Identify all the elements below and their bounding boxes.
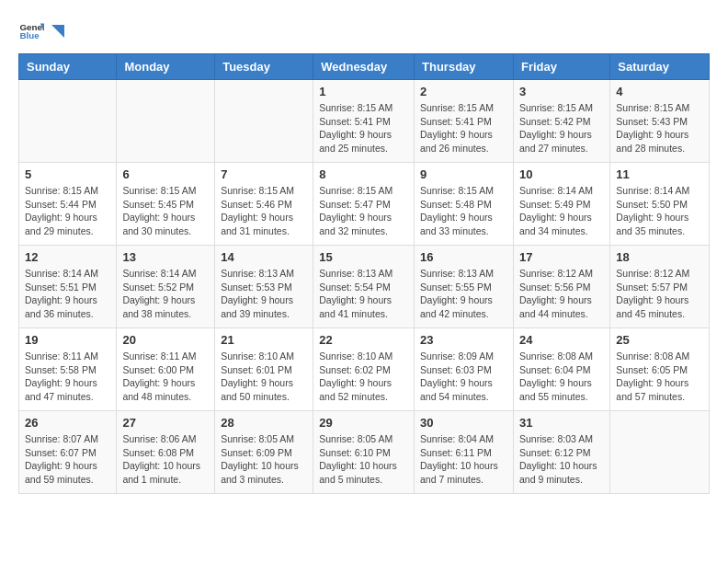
day-number: 3	[519, 85, 604, 98]
calendar-cell-w1-d7: 4Sunrise: 8:15 AM Sunset: 5:43 PM Daylig…	[610, 80, 710, 163]
calendar-cell-w3-d5: 16Sunrise: 8:13 AM Sunset: 5:55 PM Dayli…	[415, 246, 514, 328]
calendar-cell-w5-d2: 27Sunrise: 8:06 AM Sunset: 6:08 PM Dayli…	[117, 411, 215, 494]
day-number: 24	[519, 333, 604, 347]
day-info: Sunrise: 8:05 AM Sunset: 6:09 PM Dayligh…	[221, 432, 307, 487]
calendar-cell-w3-d2: 13Sunrise: 8:14 AM Sunset: 5:52 PM Dayli…	[117, 246, 215, 328]
calendar-cell-w4-d5: 23Sunrise: 8:09 AM Sunset: 6:03 PM Dayli…	[415, 328, 514, 411]
calendar-cell-w1-d4: 1Sunrise: 8:15 AM Sunset: 5:41 PM Daylig…	[313, 80, 415, 163]
calendar-cell-w2-d7: 11Sunrise: 8:14 AM Sunset: 5:50 PM Dayli…	[610, 163, 710, 246]
day-number: 17	[519, 250, 604, 264]
day-info: Sunrise: 8:03 AM Sunset: 6:12 PM Dayligh…	[519, 432, 604, 487]
day-number: 2	[420, 85, 507, 98]
day-number: 5	[25, 167, 110, 181]
svg-marker-3	[51, 25, 64, 38]
calendar-cell-w1-d2	[117, 80, 215, 163]
day-number: 15	[319, 250, 408, 264]
header-day-tuesday: Tuesday	[215, 54, 313, 80]
day-info: Sunrise: 8:14 AM Sunset: 5:52 PM Dayligh…	[122, 267, 209, 321]
day-info: Sunrise: 8:10 AM Sunset: 6:01 PM Dayligh…	[221, 350, 307, 404]
calendar-cell-w3-d7: 18Sunrise: 8:12 AM Sunset: 5:57 PM Dayli…	[610, 246, 710, 328]
day-info: Sunrise: 8:15 AM Sunset: 5:41 PM Dayligh…	[420, 101, 507, 155]
day-number: 23	[420, 333, 507, 347]
day-info: Sunrise: 8:15 AM Sunset: 5:43 PM Dayligh…	[616, 101, 703, 155]
day-info: Sunrise: 8:13 AM Sunset: 5:53 PM Dayligh…	[221, 267, 307, 321]
day-number: 28	[221, 416, 307, 430]
day-info: Sunrise: 8:15 AM Sunset: 5:41 PM Dayligh…	[319, 101, 408, 155]
day-number: 11	[616, 167, 703, 181]
calendar-cell-w4-d3: 21Sunrise: 8:10 AM Sunset: 6:01 PM Dayli…	[215, 328, 313, 411]
calendar-cell-w3-d1: 12Sunrise: 8:14 AM Sunset: 5:51 PM Dayli…	[19, 246, 117, 328]
day-number: 22	[319, 333, 408, 347]
calendar-header-row: SundayMondayTuesdayWednesdayThursdayFrid…	[19, 54, 710, 80]
calendar-cell-w1-d6: 3Sunrise: 8:15 AM Sunset: 5:42 PM Daylig…	[513, 80, 609, 163]
week-row-4: 19Sunrise: 8:11 AM Sunset: 5:58 PM Dayli…	[19, 328, 710, 411]
day-info: Sunrise: 8:15 AM Sunset: 5:45 PM Dayligh…	[122, 184, 209, 238]
svg-text:Blue: Blue	[19, 30, 40, 40]
day-info: Sunrise: 8:04 AM Sunset: 6:11 PM Dayligh…	[420, 432, 507, 487]
header-day-thursday: Thursday	[415, 54, 514, 80]
day-number: 4	[616, 85, 703, 98]
calendar-cell-w4-d4: 22Sunrise: 8:10 AM Sunset: 6:02 PM Dayli…	[313, 328, 415, 411]
calendar-cell-w4-d2: 20Sunrise: 8:11 AM Sunset: 6:00 PM Dayli…	[117, 328, 215, 411]
day-info: Sunrise: 8:15 AM Sunset: 5:48 PM Dayligh…	[420, 184, 507, 238]
day-number: 25	[616, 333, 703, 347]
day-info: Sunrise: 8:15 AM Sunset: 5:44 PM Dayligh…	[25, 184, 110, 238]
calendar-cell-w5-d5: 30Sunrise: 8:04 AM Sunset: 6:11 PM Dayli…	[415, 411, 514, 494]
day-info: Sunrise: 8:05 AM Sunset: 6:10 PM Dayligh…	[319, 432, 408, 487]
day-info: Sunrise: 8:15 AM Sunset: 5:47 PM Dayligh…	[319, 184, 408, 238]
calendar-cell-w3-d3: 14Sunrise: 8:13 AM Sunset: 5:53 PM Dayli…	[215, 246, 313, 328]
calendar-cell-w2-d2: 6Sunrise: 8:15 AM Sunset: 5:45 PM Daylig…	[117, 163, 215, 246]
day-number: 14	[221, 250, 307, 264]
day-info: Sunrise: 8:10 AM Sunset: 6:02 PM Dayligh…	[319, 350, 408, 404]
day-number: 1	[319, 85, 408, 98]
day-number: 18	[616, 250, 703, 264]
day-number: 6	[122, 167, 209, 181]
day-info: Sunrise: 8:11 AM Sunset: 6:00 PM Dayligh…	[122, 350, 209, 404]
day-info: Sunrise: 8:07 AM Sunset: 6:07 PM Dayligh…	[25, 432, 110, 487]
calendar-cell-w4-d6: 24Sunrise: 8:08 AM Sunset: 6:04 PM Dayli…	[513, 328, 609, 411]
day-number: 21	[221, 333, 307, 347]
calendar-cell-w3-d6: 17Sunrise: 8:12 AM Sunset: 5:56 PM Dayli…	[513, 246, 609, 328]
calendar-cell-w1-d5: 2Sunrise: 8:15 AM Sunset: 5:41 PM Daylig…	[415, 80, 514, 163]
calendar-cell-w2-d5: 9Sunrise: 8:15 AM Sunset: 5:48 PM Daylig…	[415, 163, 514, 246]
day-info: Sunrise: 8:08 AM Sunset: 6:05 PM Dayligh…	[616, 350, 703, 404]
day-info: Sunrise: 8:13 AM Sunset: 5:55 PM Dayligh…	[420, 267, 507, 321]
day-number: 27	[122, 416, 209, 430]
day-number: 13	[122, 250, 209, 264]
day-info: Sunrise: 8:15 AM Sunset: 5:46 PM Dayligh…	[221, 184, 307, 238]
day-number: 30	[420, 416, 507, 430]
calendar-cell-w1-d3	[215, 80, 313, 163]
day-number: 7	[221, 167, 307, 181]
day-info: Sunrise: 8:12 AM Sunset: 5:57 PM Dayligh…	[616, 267, 703, 321]
day-number: 8	[319, 167, 408, 181]
day-number: 12	[25, 250, 110, 264]
logo-icon: General Blue	[18, 18, 44, 44]
day-number: 10	[519, 167, 604, 181]
day-info: Sunrise: 8:09 AM Sunset: 6:03 PM Dayligh…	[420, 350, 507, 404]
day-number: 26	[25, 416, 110, 430]
day-info: Sunrise: 8:14 AM Sunset: 5:50 PM Dayligh…	[616, 184, 703, 238]
day-number: 29	[319, 416, 408, 430]
day-number: 19	[25, 333, 110, 347]
calendar-cell-w2-d1: 5Sunrise: 8:15 AM Sunset: 5:44 PM Daylig…	[19, 163, 117, 246]
calendar-cell-w5-d6: 31Sunrise: 8:03 AM Sunset: 6:12 PM Dayli…	[513, 411, 609, 494]
day-info: Sunrise: 8:14 AM Sunset: 5:49 PM Dayligh…	[519, 184, 604, 238]
day-info: Sunrise: 8:11 AM Sunset: 5:58 PM Dayligh…	[25, 350, 110, 404]
header-day-monday: Monday	[117, 54, 215, 80]
calendar-cell-w4-d1: 19Sunrise: 8:11 AM Sunset: 5:58 PM Dayli…	[19, 328, 117, 411]
day-info: Sunrise: 8:15 AM Sunset: 5:42 PM Dayligh…	[519, 101, 604, 155]
day-info: Sunrise: 8:14 AM Sunset: 5:51 PM Dayligh…	[25, 267, 110, 321]
day-number: 9	[420, 167, 507, 181]
header: General Blue	[18, 18, 710, 44]
calendar-cell-w4-d7: 25Sunrise: 8:08 AM Sunset: 6:05 PM Dayli…	[610, 328, 710, 411]
calendar-cell-w5-d7	[610, 411, 710, 494]
header-day-sunday: Sunday	[19, 54, 117, 80]
calendar-cell-w3-d4: 15Sunrise: 8:13 AM Sunset: 5:54 PM Dayli…	[313, 246, 415, 328]
week-row-3: 12Sunrise: 8:14 AM Sunset: 5:51 PM Dayli…	[19, 246, 710, 328]
calendar-table: SundayMondayTuesdayWednesdayThursdayFrid…	[18, 53, 710, 494]
day-info: Sunrise: 8:12 AM Sunset: 5:56 PM Dayligh…	[519, 267, 604, 321]
day-info: Sunrise: 8:13 AM Sunset: 5:54 PM Dayligh…	[319, 267, 408, 321]
logo-triangle-icon	[48, 21, 68, 41]
calendar-cell-w5-d4: 29Sunrise: 8:05 AM Sunset: 6:10 PM Dayli…	[313, 411, 415, 494]
header-day-wednesday: Wednesday	[313, 54, 415, 80]
